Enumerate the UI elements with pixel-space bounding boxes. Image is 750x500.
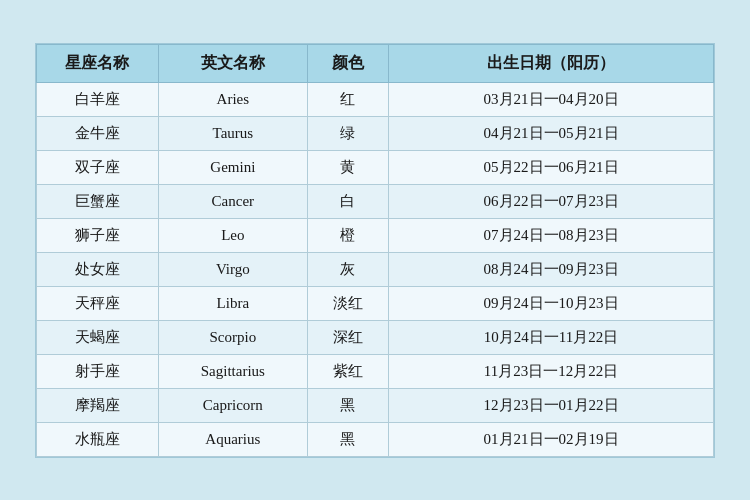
cell-date: 08月24日一09月23日	[389, 252, 714, 286]
cell-chinese: 水瓶座	[37, 422, 159, 456]
cell-english: Scorpio	[158, 320, 307, 354]
header-chinese: 星座名称	[37, 44, 159, 82]
cell-english: Gemini	[158, 150, 307, 184]
table-row: 巨蟹座Cancer白06月22日一07月23日	[37, 184, 714, 218]
cell-chinese: 金牛座	[37, 116, 159, 150]
table-row: 金牛座Taurus绿04月21日一05月21日	[37, 116, 714, 150]
cell-english: Aquarius	[158, 422, 307, 456]
header-date: 出生日期（阳历）	[389, 44, 714, 82]
table-row: 双子座Gemini黄05月22日一06月21日	[37, 150, 714, 184]
table-row: 白羊座Aries红03月21日一04月20日	[37, 82, 714, 116]
cell-date: 12月23日一01月22日	[389, 388, 714, 422]
table-row: 水瓶座Aquarius黑01月21日一02月19日	[37, 422, 714, 456]
cell-date: 03月21日一04月20日	[389, 82, 714, 116]
cell-date: 07月24日一08月23日	[389, 218, 714, 252]
cell-english: Aries	[158, 82, 307, 116]
cell-chinese: 天蝎座	[37, 320, 159, 354]
cell-chinese: 巨蟹座	[37, 184, 159, 218]
table-row: 天秤座Libra淡红09月24日一10月23日	[37, 286, 714, 320]
cell-english: Leo	[158, 218, 307, 252]
cell-date: 04月21日一05月21日	[389, 116, 714, 150]
cell-color: 红	[307, 82, 388, 116]
cell-chinese: 天秤座	[37, 286, 159, 320]
cell-color: 橙	[307, 218, 388, 252]
cell-chinese: 双子座	[37, 150, 159, 184]
cell-english: Sagittarius	[158, 354, 307, 388]
cell-english: Libra	[158, 286, 307, 320]
cell-color: 黑	[307, 388, 388, 422]
cell-english: Capricorn	[158, 388, 307, 422]
cell-color: 紫红	[307, 354, 388, 388]
cell-color: 淡红	[307, 286, 388, 320]
cell-color: 深红	[307, 320, 388, 354]
cell-chinese: 狮子座	[37, 218, 159, 252]
table-body: 白羊座Aries红03月21日一04月20日金牛座Taurus绿04月21日一0…	[37, 82, 714, 456]
cell-date: 01月21日一02月19日	[389, 422, 714, 456]
table-row: 处女座Virgo灰08月24日一09月23日	[37, 252, 714, 286]
cell-date: 10月24日一11月22日	[389, 320, 714, 354]
table-row: 狮子座Leo橙07月24日一08月23日	[37, 218, 714, 252]
zodiac-table: 星座名称 英文名称 颜色 出生日期（阳历） 白羊座Aries红03月21日一04…	[36, 44, 714, 457]
cell-chinese: 射手座	[37, 354, 159, 388]
table-row: 天蝎座Scorpio深红10月24日一11月22日	[37, 320, 714, 354]
cell-chinese: 摩羯座	[37, 388, 159, 422]
cell-date: 11月23日一12月22日	[389, 354, 714, 388]
cell-chinese: 白羊座	[37, 82, 159, 116]
cell-english: Cancer	[158, 184, 307, 218]
table-row: 射手座Sagittarius紫红11月23日一12月22日	[37, 354, 714, 388]
cell-color: 灰	[307, 252, 388, 286]
header-color: 颜色	[307, 44, 388, 82]
cell-color: 绿	[307, 116, 388, 150]
cell-date: 05月22日一06月21日	[389, 150, 714, 184]
header-english: 英文名称	[158, 44, 307, 82]
cell-date: 09月24日一10月23日	[389, 286, 714, 320]
cell-chinese: 处女座	[37, 252, 159, 286]
table-row: 摩羯座Capricorn黑12月23日一01月22日	[37, 388, 714, 422]
zodiac-table-container: 星座名称 英文名称 颜色 出生日期（阳历） 白羊座Aries红03月21日一04…	[35, 43, 715, 458]
cell-color: 黄	[307, 150, 388, 184]
cell-date: 06月22日一07月23日	[389, 184, 714, 218]
cell-english: Taurus	[158, 116, 307, 150]
cell-color: 黑	[307, 422, 388, 456]
cell-color: 白	[307, 184, 388, 218]
table-header-row: 星座名称 英文名称 颜色 出生日期（阳历）	[37, 44, 714, 82]
cell-english: Virgo	[158, 252, 307, 286]
